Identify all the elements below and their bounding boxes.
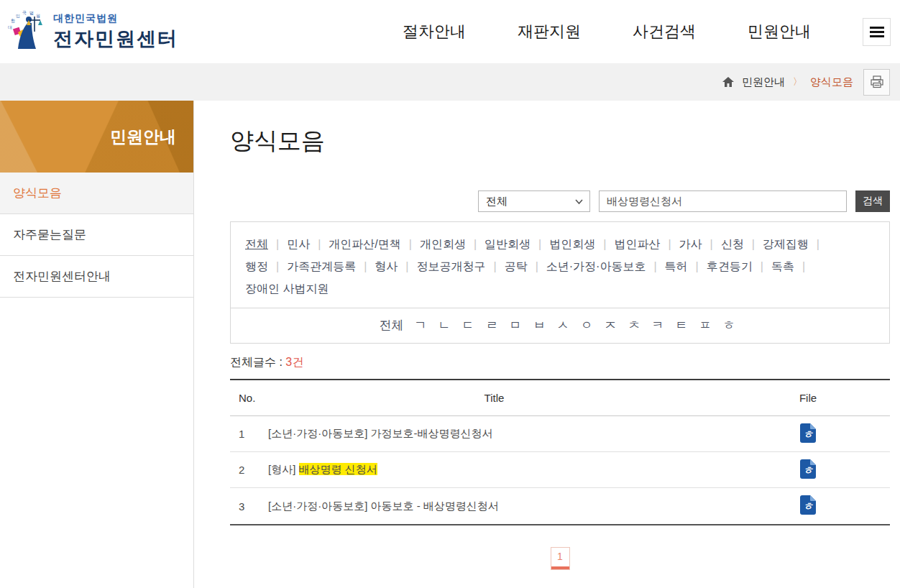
consonant-all[interactable]: 전체: [380, 318, 404, 332]
form-title-link[interactable]: [형사] 배상명령 신청서: [262, 463, 726, 477]
filter-separator: |: [668, 238, 671, 250]
filter-category[interactable]: 법인회생: [549, 238, 595, 250]
sidebar-item[interactable]: 전자민원센터안내: [0, 256, 193, 298]
table-header-row: No. Title File: [230, 380, 890, 416]
svg-text:대: 대: [8, 25, 12, 29]
filter-separator: |: [276, 238, 279, 250]
sidebar-item[interactable]: 자주묻는질문: [0, 214, 193, 256]
sidebar-title: 민원안내: [0, 101, 193, 173]
hwp-file-icon: ㅎ: [800, 423, 816, 443]
filter-category[interactable]: 행정: [245, 260, 268, 272]
consonant-letter[interactable]: ㄴ: [438, 318, 451, 332]
breadcrumb-item-forms[interactable]: 양식모음: [810, 75, 853, 89]
filter-category[interactable]: 개인파산/면책: [329, 238, 400, 250]
consonant-letter[interactable]: ㅁ: [510, 318, 522, 332]
consonant-letter[interactable]: ㅅ: [557, 318, 569, 332]
filter-category[interactable]: 형사: [375, 260, 398, 272]
filter-separator: |: [405, 260, 408, 272]
filter-separator: |: [653, 260, 656, 272]
filter-category[interactable]: 민사: [287, 238, 310, 250]
consonant-letter[interactable]: ㅂ: [533, 318, 546, 332]
filter-category[interactable]: 정보공개청구: [416, 260, 485, 272]
nav-item[interactable]: 절차안내: [403, 21, 466, 42]
nav-item[interactable]: 재판지원: [518, 21, 581, 42]
filter-separator: |: [802, 260, 805, 272]
filter-category[interactable]: 특허: [665, 260, 688, 272]
page-body: 민원안내 양식모음자주묻는질문전자민원센터안내 양식모음 전체 검색 전체|민사…: [0, 101, 900, 588]
filter-category[interactable]: 법인파산: [614, 238, 660, 250]
breadcrumb-item-minwon[interactable]: 민원안내: [742, 75, 785, 89]
breadcrumb-band: 민원안내 〉 양식모음: [0, 63, 900, 101]
row-number: 3: [230, 500, 262, 513]
column-header-file: File: [726, 392, 890, 404]
pagination: 1: [230, 547, 890, 570]
filter-category[interactable]: 가사: [679, 238, 702, 250]
chevron-down-icon: [575, 199, 583, 205]
total-count-value: 3건: [285, 356, 303, 368]
hamburger-menu-button[interactable]: [863, 18, 891, 46]
consonant-letter[interactable]: ㅇ: [581, 318, 593, 332]
logo-text: 대한민국법원 전자민원센터: [53, 12, 178, 52]
filter-category[interactable]: 장애인 사법지원: [245, 282, 329, 295]
filter-category[interactable]: 공탁: [505, 260, 528, 272]
consonant-letter[interactable]: ㅍ: [699, 318, 712, 332]
filter-category[interactable]: 독촉: [771, 260, 794, 272]
consonant-letter[interactable]: ㅌ: [676, 318, 688, 332]
category-filter-box: 전체|민사|개인파산/면책|개인회생|일반회생|법인회생|법인파산|가사|신청|…: [230, 221, 890, 344]
download-hwp-button[interactable]: ㅎ: [797, 422, 819, 446]
svg-text:ㅎ: ㅎ: [803, 428, 813, 440]
filter-category[interactable]: 가족관계등록: [287, 260, 356, 272]
breadcrumb-separator: 〉: [793, 75, 802, 88]
site-header: 대 한 민 국 법 원 대한민국법원 전자민원센터 절차안내재판지원사건검색민원…: [0, 0, 900, 63]
consonant-letter[interactable]: ㄹ: [486, 318, 498, 332]
filter-separator: |: [536, 260, 538, 272]
column-header-title: Title: [262, 392, 726, 404]
filter-category[interactable]: 후견등기: [707, 260, 753, 272]
consonant-letter[interactable]: ㅎ: [723, 318, 735, 332]
nav-item[interactable]: 사건검색: [633, 21, 696, 42]
download-hwp-button[interactable]: ㅎ: [797, 458, 819, 482]
consonant-letter[interactable]: ㄷ: [462, 318, 474, 332]
search-category-select[interactable]: 전체: [478, 190, 590, 212]
category-filter-list: 전체|민사|개인파산/면책|개인회생|일반회생|법인회생|법인파산|가사|신청|…: [231, 222, 889, 308]
filter-row: 행정|가족관계등록|형사|정보공개청구|공탁|소년·가정·아동보호|특허|후견등…: [245, 255, 875, 277]
filter-separator: |: [276, 260, 279, 272]
page-number-button[interactable]: 1: [551, 547, 570, 570]
logo-site-name: 전자민원센터: [53, 26, 178, 52]
filter-category[interactable]: 소년·가정·아동보호: [546, 260, 646, 272]
search-keyword-input[interactable]: [599, 190, 847, 212]
sidebar-item[interactable]: 양식모음: [0, 173, 193, 214]
filter-separator: |: [710, 238, 713, 250]
filter-category[interactable]: 전체: [245, 238, 268, 250]
nav-item[interactable]: 민원안내: [748, 21, 811, 42]
consonant-letter[interactable]: ㅊ: [628, 318, 640, 332]
site-logo[interactable]: 대 한 민 국 법 원 대한민국법원 전자민원센터: [6, 10, 178, 53]
breadcrumb: 민원안내 〉 양식모음: [722, 75, 853, 89]
filter-row: 전체|민사|개인파산/면책|개인회생|일반회생|법인회생|법인파산|가사|신청|…: [245, 233, 875, 255]
filter-category[interactable]: 일반회생: [485, 238, 531, 250]
filter-separator: |: [364, 260, 367, 272]
filter-separator: |: [318, 238, 321, 250]
home-icon[interactable]: [722, 77, 734, 87]
court-logo-icon: 대 한 민 국 법 원: [6, 10, 49, 53]
form-title-link[interactable]: [소년·가정·아동보호] 아동보호 - 배상명령신청서: [262, 500, 726, 513]
download-hwp-button[interactable]: ㅎ: [797, 494, 819, 518]
search-row: 전체 검색: [230, 190, 890, 212]
filter-category[interactable]: 강제집행: [763, 238, 809, 250]
page-title: 양식모음: [230, 125, 890, 157]
printer-icon: [870, 75, 884, 89]
filter-category[interactable]: 신청: [721, 238, 744, 250]
filter-category[interactable]: 개인회생: [420, 238, 466, 250]
hwp-file-icon: ㅎ: [800, 459, 816, 479]
form-title-link[interactable]: [소년·가정·아동보호] 가정보호-배상명령신청서: [262, 427, 726, 441]
search-button[interactable]: 검색: [855, 190, 890, 212]
consonant-filter-list: 전체ㄱㄴㄷㄹㅁㅂㅅㅇㅈㅊㅋㅌㅍㅎ: [231, 308, 889, 343]
total-count: 전체글수 : 3건: [230, 355, 890, 370]
hamburger-icon: [870, 27, 884, 29]
filter-separator: |: [603, 238, 606, 250]
consonant-letter[interactable]: ㄱ: [415, 318, 427, 332]
consonant-letter[interactable]: ㅋ: [652, 318, 664, 332]
print-button[interactable]: [863, 69, 890, 96]
filter-separator: |: [761, 260, 763, 272]
consonant-letter[interactable]: ㅈ: [605, 318, 617, 332]
